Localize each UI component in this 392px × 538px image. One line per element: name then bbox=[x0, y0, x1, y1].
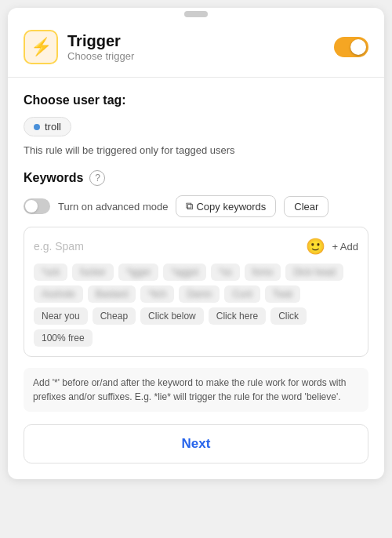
kchip-blurred-12: Cunt bbox=[224, 285, 260, 303]
main-toggle[interactable] bbox=[334, 37, 368, 57]
user-tag-section: Choose user tag: troll This rule will be… bbox=[24, 93, 368, 156]
kchip-blurred-9: Bastard bbox=[88, 285, 136, 303]
kchip-blurred-6: fomo bbox=[245, 264, 281, 281]
kchip-click-here: Click here bbox=[209, 307, 266, 325]
kchip-blurred-1: *uck bbox=[34, 264, 67, 281]
kchip-blurred-8: Asshole bbox=[34, 285, 83, 303]
help-icon[interactable]: ? bbox=[89, 170, 105, 186]
keywords-box: e.g. Spam 🙂 + Add *uck fucker *igger *ag… bbox=[24, 227, 368, 357]
keyword-chips: *uck fucker *igger *aggot *ss fomo Dick … bbox=[34, 264, 358, 347]
kchip-blurred-3: *igger bbox=[118, 264, 158, 281]
next-button[interactable]: Next bbox=[24, 424, 368, 463]
emoji-button[interactable]: 🙂 bbox=[306, 237, 325, 256]
body: Choose user tag: troll This rule will be… bbox=[8, 78, 384, 479]
footer-note: Add '*' before or/and after the keyword … bbox=[24, 368, 368, 412]
kchip-cheap: Cheap bbox=[93, 307, 136, 325]
rule-note: This rule will be triggered only for tag… bbox=[24, 144, 368, 156]
kchip-blurred-13: Twat bbox=[265, 285, 300, 303]
page-subtitle: Choose trigger bbox=[67, 50, 134, 62]
advanced-mode-label: Turn on advanced mode bbox=[58, 201, 168, 213]
kchip-blurred-11: Damn bbox=[179, 285, 220, 303]
kchip-click-below: Click below bbox=[140, 307, 204, 325]
kchip-blurred-4: *aggot bbox=[163, 264, 206, 281]
header-text: Trigger Choose trigger bbox=[67, 32, 134, 62]
add-button[interactable]: + Add bbox=[332, 241, 358, 253]
header: ⚡ Trigger Choose trigger bbox=[8, 17, 384, 78]
keywords-header: Keywords ? bbox=[24, 170, 368, 186]
top-indicator bbox=[8, 8, 384, 17]
kchip-blurred-2: fucker bbox=[72, 264, 114, 281]
tag-value: troll bbox=[45, 121, 61, 133]
keywords-placeholder: e.g. Spam bbox=[34, 240, 84, 253]
keywords-input-actions: 🙂 + Add bbox=[306, 237, 358, 256]
tag-chip[interactable]: troll bbox=[24, 117, 71, 136]
page-title: Trigger bbox=[67, 32, 134, 50]
keywords-section: Keywords ? Turn on advanced mode ⧉ Copy … bbox=[24, 170, 368, 463]
kchip-click: Click bbox=[270, 307, 307, 325]
trigger-icon: ⚡ bbox=[24, 30, 58, 64]
clear-button[interactable]: Clear bbox=[284, 196, 328, 217]
keywords-title-group: Keywords ? bbox=[24, 170, 105, 186]
kchip-blurred-7: Dick head bbox=[285, 264, 343, 281]
main-card: ⚡ Trigger Choose trigger Choose user tag… bbox=[8, 8, 384, 479]
kchip-blurred-5: *ss bbox=[211, 264, 240, 281]
keywords-input-row: e.g. Spam 🙂 + Add bbox=[34, 237, 358, 256]
user-tag-label: Choose user tag: bbox=[24, 93, 368, 107]
tag-dot bbox=[34, 124, 40, 130]
kchip-100-free: 100% free bbox=[34, 329, 93, 347]
controls-row: Turn on advanced mode ⧉ Copy keywords Cl… bbox=[24, 195, 368, 217]
advanced-mode-toggle[interactable] bbox=[24, 198, 50, 214]
header-left: ⚡ Trigger Choose trigger bbox=[24, 30, 134, 64]
copy-icon: ⧉ bbox=[186, 200, 193, 213]
keywords-title: Keywords bbox=[24, 171, 83, 185]
copy-keywords-button[interactable]: ⧉ Copy keywords bbox=[176, 195, 276, 217]
kchip-near-you: Near you bbox=[34, 307, 88, 325]
kchip-blurred-10: *itch bbox=[140, 285, 174, 303]
